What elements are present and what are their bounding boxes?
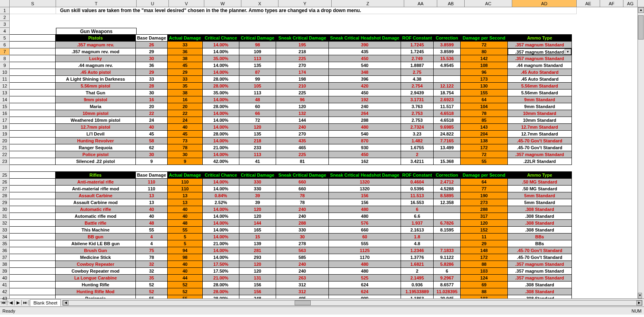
ammo-dropdown-arrow[interactable]: ▼ xyxy=(565,49,571,55)
spreadsheet-grid[interactable]: Gun skill values are taken from the "max… xyxy=(10,7,644,298)
status-bar: Ready NUM xyxy=(0,307,644,315)
status-num: NUM xyxy=(632,309,642,313)
sheet-tab[interactable]: Blank Sheet xyxy=(30,299,61,306)
scroll-left-arrow[interactable]: ◀ xyxy=(63,300,69,305)
hscroll-thumb[interactable] xyxy=(295,300,311,305)
horizontal-scrollbar[interactable]: ◀ ▶ xyxy=(62,300,642,306)
vertical-scrollbar[interactable]: ▲ ▼ xyxy=(638,7,644,298)
sheet-tabs-bar: ⏮◀▶⏭ Blank Sheet ◀ ▶ xyxy=(0,298,644,307)
column-headers[interactable]: STUVWXYZAAABACADAEAFAG xyxy=(0,0,644,7)
scroll-up-arrow[interactable]: ▲ xyxy=(638,7,644,13)
scroll-down-arrow[interactable]: ▼ xyxy=(638,293,642,298)
scroll-thumb[interactable] xyxy=(638,15,644,40)
tab-nav[interactable]: ⏮◀▶⏭ xyxy=(0,300,29,305)
status-ready: Ready xyxy=(2,309,15,313)
scroll-right-arrow[interactable]: ▶ xyxy=(636,300,642,305)
row-headers[interactable]: 1234567891011121314151617181920212223252… xyxy=(0,7,10,298)
